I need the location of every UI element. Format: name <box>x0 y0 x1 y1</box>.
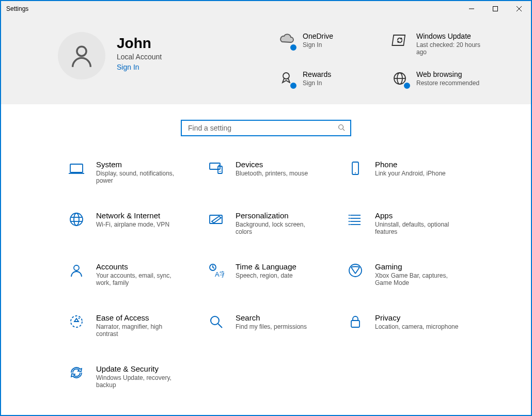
rewards-icon <box>278 70 296 89</box>
category-title: Gaming <box>375 262 463 271</box>
tile-sub: Restore recommended <box>416 79 479 87</box>
globe-icon <box>392 70 410 89</box>
network-icon <box>68 211 85 228</box>
category-title: Time & Language <box>236 262 296 271</box>
category-sub: Uninstall, defaults, optional features <box>375 221 463 235</box>
svg-point-4 <box>77 46 86 56</box>
privacy-icon <box>347 313 364 330</box>
settings-window: Settings John Local Account Sign In <box>0 0 532 416</box>
updatesec-icon <box>68 364 85 381</box>
signin-link[interactable]: Sign In <box>117 63 220 71</box>
category-sub: Find my files, permissions <box>236 323 307 330</box>
category-devices[interactable]: DevicesBluetooth, printers, mouse <box>208 160 347 184</box>
category-sub: Your accounts, email, sync, work, family <box>96 272 184 286</box>
search-box[interactable] <box>181 120 351 136</box>
close-icon <box>517 6 522 11</box>
personalization-icon <box>208 211 224 228</box>
svg-point-6 <box>283 73 289 79</box>
phone-icon <box>347 160 364 177</box>
tile-onedrive[interactable]: OneDrive Sign In <box>278 32 386 56</box>
window-controls <box>460 1 531 17</box>
account-info: John Local Account Sign In <box>117 32 220 71</box>
minimize-button[interactable] <box>460 1 483 17</box>
tile-sub: Sign In <box>303 41 333 49</box>
close-button[interactable] <box>507 1 531 17</box>
maximize-button[interactable] <box>483 1 507 17</box>
category-sub: Link your Android, iPhone <box>375 170 446 177</box>
ease-icon <box>68 313 85 330</box>
category-privacy[interactable]: PrivacyLocation, camera, microphone <box>347 313 487 338</box>
category-title: Apps <box>375 211 463 220</box>
category-title: Phone <box>375 160 446 169</box>
category-title: Privacy <box>375 313 458 322</box>
category-sub: Background, lock screen, colors <box>236 221 323 235</box>
tile-rewards[interactable]: Rewards Sign In <box>278 70 386 89</box>
category-grid: SystemDisplay, sound, notifications, pow… <box>68 160 500 389</box>
user-icon <box>68 42 95 69</box>
category-network[interactable]: Network & InternetWi-Fi, airplane mode, … <box>68 211 208 235</box>
titlebar: Settings <box>1 1 531 17</box>
svg-rect-1 <box>493 7 498 11</box>
category-title: Update & Security <box>96 364 184 373</box>
tile-web-browsing[interactable]: Web browsing Restore recommended <box>392 70 500 89</box>
search-input[interactable] <box>187 123 338 133</box>
category-sub: Narrator, magnifier, high contrast <box>96 323 184 338</box>
category-phone[interactable]: PhoneLink your Android, iPhone <box>347 160 487 184</box>
category-sub: Xbox Game Bar, captures, Game Mode <box>375 272 463 286</box>
category-title: Devices <box>236 160 308 169</box>
tile-title: Windows Update <box>416 32 489 40</box>
account-type: Local Account <box>117 53 220 61</box>
tile-sub: Last checked: 20 hours ago <box>416 41 489 56</box>
category-gaming[interactable]: GamingXbox Game Bar, captures, Game Mode <box>347 262 487 286</box>
category-system[interactable]: SystemDisplay, sound, notifications, pow… <box>68 160 208 184</box>
svg-rect-5 <box>392 35 405 45</box>
search-icon <box>208 313 224 330</box>
system-icon <box>68 160 85 177</box>
devices-icon <box>208 160 224 177</box>
category-ease[interactable]: Ease of AccessNarrator, magnifier, high … <box>68 313 208 338</box>
category-title: Ease of Access <box>96 313 184 322</box>
minimize-icon <box>469 6 474 11</box>
gaming-icon <box>347 262 364 279</box>
search-icon <box>338 124 345 133</box>
avatar[interactable] <box>58 32 105 79</box>
category-title: System <box>96 160 184 169</box>
maximize-icon <box>493 6 498 11</box>
category-updatesec[interactable]: Update & SecurityWindows Update, recover… <box>68 364 208 389</box>
settings-body: SystemDisplay, sound, notifications, pow… <box>1 104 531 415</box>
tile-title: OneDrive <box>303 32 333 40</box>
update-icon <box>392 32 410 51</box>
onedrive-icon <box>278 32 296 51</box>
category-sub: Windows Update, recovery, backup <box>96 374 184 389</box>
category-time[interactable]: Time & LanguageSpeech, region, date <box>208 262 347 286</box>
svg-line-11 <box>343 129 345 131</box>
category-personalization[interactable]: PersonalizationBackground, lock screen, … <box>208 211 347 235</box>
category-title: Accounts <box>96 262 184 271</box>
tile-title: Web browsing <box>416 70 479 78</box>
category-accounts[interactable]: AccountsYour accounts, email, sync, work… <box>68 262 208 286</box>
window-title: Settings <box>6 5 28 12</box>
category-title: Personalization <box>236 211 323 220</box>
apps-icon <box>347 211 364 228</box>
account-header: John Local Account Sign In OneDrive Sign… <box>1 17 531 104</box>
category-apps[interactable]: AppsUninstall, defaults, optional featur… <box>347 211 487 235</box>
account-name: John <box>117 35 220 52</box>
category-sub: Location, camera, microphone <box>375 323 458 330</box>
category-sub: Display, sound, notifications, power <box>96 170 184 184</box>
tile-sub: Sign In <box>303 79 331 87</box>
header-tiles: OneDrive Sign In Windows Update Last che… <box>278 32 500 89</box>
category-search[interactable]: SearchFind my files, permissions <box>208 313 347 338</box>
category-sub: Bluetooth, printers, mouse <box>236 170 308 177</box>
category-sub: Speech, region, date <box>236 272 296 279</box>
category-title: Search <box>236 313 307 322</box>
svg-point-10 <box>339 124 343 129</box>
category-title: Network & Internet <box>96 211 169 220</box>
time-icon <box>208 262 224 279</box>
tile-title: Rewards <box>303 70 331 78</box>
tile-windows-update[interactable]: Windows Update Last checked: 20 hours ag… <box>392 32 500 56</box>
accounts-icon <box>68 262 85 279</box>
category-sub: Wi-Fi, airplane mode, VPN <box>96 221 169 228</box>
